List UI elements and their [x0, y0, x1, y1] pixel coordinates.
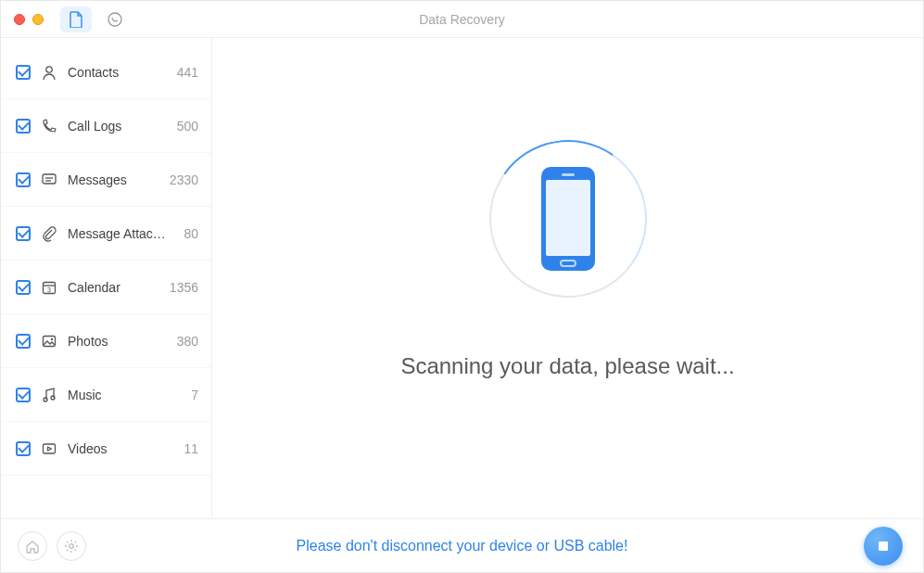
contacts-icon	[40, 63, 58, 82]
app-window: Data Recovery Contacts 441 Call Logs 500	[0, 0, 924, 573]
footer: Please don't disconnect your device or U…	[1, 518, 923, 572]
svg-point-11	[51, 396, 55, 400]
sidebar-item-calllogs[interactable]: Call Logs 500	[1, 99, 211, 153]
sidebar-item-label: Calendar	[68, 280, 160, 295]
sidebar-item-count: 1356	[170, 280, 198, 295]
sidebar-item-message-attachments[interactable]: Message Attac… 80	[1, 207, 211, 261]
minimize-window-icon[interactable]	[32, 14, 44, 25]
sidebar-item-photos[interactable]: Photos 380	[1, 314, 211, 368]
scan-progress-ring	[489, 140, 647, 298]
sidebar[interactable]: Contacts 441 Call Logs 500 Messages 2330	[1, 38, 212, 518]
sidebar-item-count: 380	[177, 334, 198, 349]
sidebar-item-count: 7	[191, 388, 198, 402]
svg-point-0	[108, 13, 121, 26]
svg-point-1	[46, 66, 52, 71]
stop-icon	[879, 541, 888, 551]
sidebar-item-messages[interactable]: Messages 2330	[1, 153, 211, 207]
window-title: Data Recovery	[419, 12, 505, 27]
sidebar-item-label: Music	[68, 388, 182, 402]
title-bar: Data Recovery	[1, 1, 923, 38]
tab-device-data[interactable]	[60, 6, 92, 32]
gear-icon	[64, 539, 79, 554]
svg-point-10	[44, 398, 47, 401]
circle-icon	[107, 11, 123, 28]
sidebar-item-videos[interactable]: Videos 11	[1, 422, 211, 476]
svg-rect-2	[43, 174, 56, 184]
svg-point-13	[70, 543, 74, 548]
home-button[interactable]	[18, 531, 47, 561]
mode-tabs	[60, 6, 131, 32]
music-icon	[40, 386, 58, 404]
checkbox-icon[interactable]	[16, 441, 31, 456]
phone-icon	[541, 167, 595, 271]
checkbox-icon[interactable]	[16, 388, 31, 402]
sidebar-item-count: 11	[184, 441, 198, 456]
sidebar-item-label: Photos	[68, 334, 168, 349]
sidebar-item-count: 500	[177, 119, 198, 134]
svg-rect-12	[44, 444, 56, 453]
attachment-icon	[40, 224, 58, 243]
sidebar-item-music[interactable]: Music 7	[1, 368, 211, 422]
footer-warning: Please don't disconnect your device or U…	[297, 538, 628, 554]
main-panel: Scanning your data, please wait...	[212, 38, 923, 518]
settings-button[interactable]	[57, 531, 86, 561]
sidebar-item-label: Videos	[68, 441, 174, 456]
sidebar-item-count: 441	[177, 65, 198, 80]
checkbox-icon[interactable]	[16, 280, 31, 295]
photos-icon	[40, 332, 58, 350]
checkbox-icon[interactable]	[16, 172, 31, 187]
footer-left-buttons	[18, 531, 86, 561]
home-icon	[25, 539, 40, 554]
close-window-icon[interactable]	[14, 14, 25, 25]
svg-point-9	[51, 337, 53, 339]
checkbox-icon[interactable]	[16, 65, 31, 80]
calendar-icon: 3	[40, 278, 58, 297]
sidebar-item-label: Contacts	[68, 65, 168, 80]
svg-rect-8	[44, 336, 56, 346]
phone-icon	[40, 117, 58, 135]
checkbox-icon[interactable]	[16, 119, 31, 134]
tab-secondary[interactable]	[99, 6, 131, 32]
sidebar-item-contacts[interactable]: Contacts 441	[1, 45, 211, 99]
window-controls	[1, 14, 44, 25]
sidebar-item-label: Messages	[68, 172, 160, 187]
sidebar-item-label: Message Attac…	[68, 226, 174, 241]
sidebar-item-count: 2330	[170, 172, 198, 187]
sidebar-item-calendar[interactable]: 3 Calendar 1356	[1, 261, 211, 314]
document-icon	[69, 11, 83, 28]
checkbox-icon[interactable]	[16, 226, 31, 241]
svg-text:3: 3	[47, 286, 51, 292]
stop-button[interactable]	[864, 527, 903, 566]
message-icon	[40, 171, 58, 189]
sidebar-item-label: Call Logs	[68, 119, 168, 134]
sidebar-item-count: 80	[184, 226, 198, 241]
checkbox-icon[interactable]	[16, 334, 31, 349]
scan-status-text: Scanning your data, please wait...	[400, 353, 734, 379]
body: Contacts 441 Call Logs 500 Messages 2330	[1, 38, 923, 518]
videos-icon	[40, 439, 58, 458]
